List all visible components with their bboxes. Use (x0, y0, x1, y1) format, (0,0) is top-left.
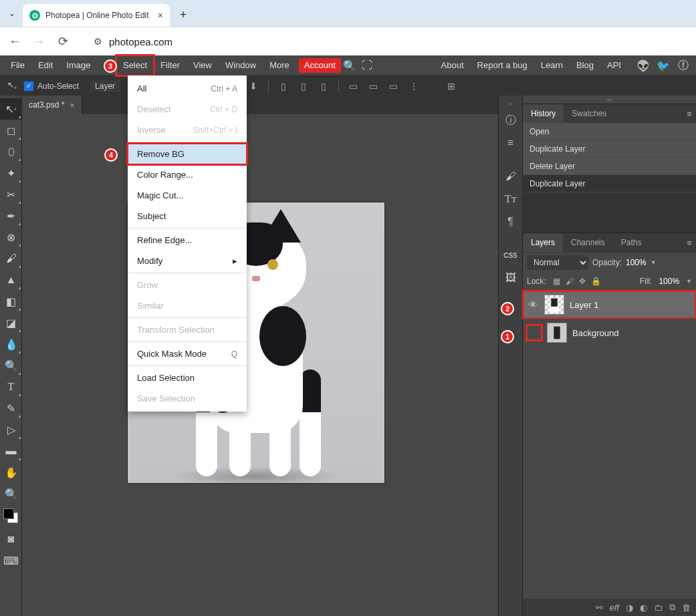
layer-name[interactable]: Background (572, 328, 618, 338)
blend-mode-select[interactable]: Normal (527, 255, 588, 270)
blur-tool[interactable]: 💧 (0, 333, 22, 355)
shape-tool[interactable]: ▬ (0, 440, 22, 462)
fill-value[interactable]: 100% (659, 277, 679, 286)
menu-filter[interactable]: Filter (154, 55, 187, 75)
menu-quick-mask[interactable]: Quick Mask ModeQ (128, 343, 247, 364)
align-right-icon[interactable]: ▯ (316, 78, 332, 94)
menu-similar[interactable]: Similar (128, 295, 247, 316)
tab-swatches[interactable]: Swatches (564, 104, 614, 123)
tab-channels[interactable]: Channels (563, 233, 613, 252)
character-panel-icon[interactable]: Tт (501, 189, 521, 209)
history-item[interactable]: Delete Layer (523, 158, 696, 175)
path-tool[interactable]: ▷ (0, 419, 22, 440)
download-icon[interactable]: ⬇ (245, 78, 261, 94)
document-tab[interactable]: cat3.psd * × (22, 96, 82, 114)
menu-view[interactable]: View (187, 55, 219, 75)
menu-edit[interactable]: Edit (31, 55, 60, 75)
marquee-tool[interactable]: ◻ (0, 120, 22, 141)
browser-tab[interactable]: ⵙ Photopea | Online Photo Edit × (23, 4, 170, 27)
menu-api[interactable]: API (600, 55, 628, 75)
menu-window[interactable]: Window (219, 55, 263, 75)
keyboard-icon[interactable]: ⌨ (0, 550, 22, 571)
fx-icon[interactable]: eff (610, 603, 619, 613)
tabs-dropdown[interactable]: ⌄ (5, 7, 19, 20)
align-top-icon[interactable]: ▭ (346, 78, 362, 94)
layers-panel-menu-icon[interactable]: ≡ (683, 238, 696, 248)
tab-history[interactable]: History (523, 104, 564, 123)
menu-grow[interactable]: Grow (128, 275, 247, 295)
paragraph-panel-icon[interactable]: ¶ (501, 212, 521, 232)
reddit-icon[interactable]: 👽 (634, 59, 652, 72)
fullscreen-icon[interactable]: ⛶ (358, 59, 376, 71)
move-tool[interactable]: ↖+ (0, 98, 22, 120)
delete-layer-icon[interactable]: 🗑 (682, 603, 691, 613)
search-icon[interactable]: 🔍 (341, 59, 358, 72)
history-item[interactable]: Open (523, 123, 696, 140)
tab-layers[interactable]: Layers (523, 233, 563, 252)
menu-select[interactable]: Select (116, 55, 154, 75)
picture-panel-icon[interactable]: 🖼 (501, 268, 521, 288)
menu-about[interactable]: About (435, 55, 471, 75)
quickmask-toggle[interactable]: ◙ (0, 528, 22, 550)
menu-subject[interactable]: Subject (128, 206, 247, 226)
align-bottom-icon[interactable]: ▭ (386, 78, 402, 94)
layer-row-background[interactable]: Background (523, 319, 696, 347)
gradient-tool[interactable]: ◪ (0, 312, 22, 333)
menu-learn[interactable]: Learn (534, 55, 570, 75)
menu-remove-bg[interactable]: Remove BG (128, 144, 247, 164)
mask-icon[interactable]: ◑ (626, 603, 633, 613)
opacity-arrow-icon[interactable]: ▼ (651, 259, 657, 266)
layer-name[interactable]: Layer 1 (570, 300, 598, 310)
eyedropper-tool[interactable]: ✒ (0, 205, 22, 226)
css-panel-icon[interactable]: CSS (501, 245, 521, 265)
grid-icon[interactable]: ⊞ (443, 78, 459, 94)
stamp-tool[interactable]: ▲ (0, 269, 22, 291)
tab-paths[interactable]: Paths (613, 233, 650, 252)
menu-refine-edge[interactable]: Refine Edge... (128, 230, 247, 251)
folder-icon[interactable]: 🗀 (654, 603, 663, 613)
crop-tool[interactable]: ✂ (0, 184, 22, 205)
visibility-icon[interactable]: 👁 (527, 299, 539, 311)
fill-arrow-icon[interactable]: ▼ (686, 278, 692, 285)
menu-load-sel[interactable]: Load Selection (128, 367, 247, 388)
close-tab-icon[interactable]: × (158, 10, 163, 21)
brush-tool[interactable]: 🖌 (0, 248, 22, 269)
menu-modify[interactable]: Modify▸ (128, 251, 247, 271)
zoom-tool[interactable]: 🔍 (0, 483, 22, 504)
eraser-tool[interactable]: ◧ (0, 291, 22, 312)
info-panel-icon[interactable]: ⓘ (501, 110, 521, 130)
adjustment-layer-icon[interactable]: ◐ (640, 603, 647, 613)
menu-blog[interactable]: Blog (570, 55, 600, 75)
lasso-tool[interactable]: ⬯ (0, 141, 22, 162)
menu-file[interactable]: File (4, 55, 31, 75)
brush-panel-icon[interactable]: 🖌 (501, 166, 521, 186)
facebook-icon[interactable]: ⓕ (675, 59, 692, 73)
back-button[interactable]: ← (8, 35, 21, 49)
layer-dropdown[interactable]: Layer (90, 80, 120, 92)
menu-inverse[interactable]: InverseShift+Ctrl + I (128, 120, 247, 140)
color-swatch[interactable] (0, 504, 22, 528)
menu-color-range[interactable]: Color Range... (128, 164, 247, 185)
reload-button[interactable]: ⟳ (56, 34, 70, 49)
opacity-value[interactable]: 100% (626, 258, 647, 267)
adjustments-panel-icon[interactable]: ≡ (501, 133, 521, 153)
link-layers-icon[interactable]: ⚯ (596, 603, 603, 613)
history-item[interactable]: Duplicate Layer (523, 175, 696, 192)
lock-paint-icon[interactable]: 🖌 (566, 277, 574, 286)
menu-account[interactable]: Account (299, 58, 341, 73)
lock-pixels-icon[interactable]: ▦ (553, 277, 560, 286)
layer-row-layer1[interactable]: 👁 Layer 1 (523, 291, 696, 319)
twitter-icon[interactable]: 🐦 (655, 59, 672, 72)
menu-save-sel[interactable]: Save Selection (128, 388, 247, 409)
wand-tool[interactable]: ✦ (0, 162, 22, 184)
history-item[interactable]: Duplicate Layer (523, 140, 696, 158)
site-info-icon[interactable]: ⚙ (94, 36, 102, 47)
menu-report[interactable]: Report a bug (471, 55, 534, 75)
new-layer-icon[interactable]: ⧉ (669, 602, 675, 613)
menu-image[interactable]: Image (60, 55, 97, 75)
layer-thumbnail[interactable] (547, 323, 567, 343)
layer-thumbnail[interactable] (544, 295, 564, 315)
align-left-icon[interactable]: ▯ (275, 78, 292, 94)
pen-tool[interactable]: ✎ (0, 398, 22, 419)
lock-all-icon[interactable]: 🔒 (591, 277, 601, 286)
